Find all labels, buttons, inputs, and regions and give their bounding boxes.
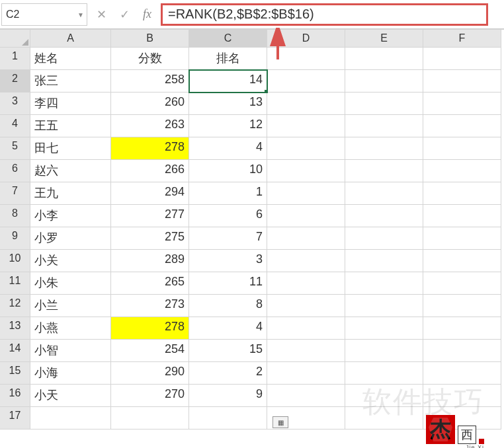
cell-E7[interactable] <box>345 182 423 205</box>
cell-D5[interactable] <box>267 137 345 160</box>
cell-A3[interactable]: 李四 <box>30 93 111 115</box>
row-header-17[interactable]: 17 <box>0 407 30 429</box>
row-header-1[interactable]: 1 <box>0 48 30 70</box>
cell-A7[interactable]: 王九 <box>30 182 111 205</box>
cell-C8[interactable]: 6 <box>189 205 267 227</box>
fx-icon[interactable]: fx <box>143 7 151 21</box>
cell-B11[interactable]: 265 <box>111 272 189 295</box>
cell-E1[interactable] <box>345 48 423 70</box>
cell-F16[interactable] <box>423 385 501 407</box>
cell-D11[interactable] <box>267 272 345 295</box>
cell-F13[interactable] <box>423 317 501 340</box>
cell-B10[interactable]: 289 <box>111 250 189 272</box>
row-header-9[interactable]: 9 <box>0 227 30 250</box>
cell-C4[interactable]: 12 <box>189 115 267 137</box>
cell-F8[interactable] <box>423 205 501 227</box>
cell-C12[interactable]: 8 <box>189 295 267 317</box>
cell-C6[interactable]: 10 <box>189 160 267 182</box>
cell-D13[interactable] <box>267 317 345 340</box>
cell-A14[interactable]: 小智 <box>30 340 111 362</box>
row-header-15[interactable]: 15 <box>0 362 30 385</box>
cell-B1[interactable]: 分数 <box>111 48 189 70</box>
cell-C11[interactable]: 11 <box>189 272 267 295</box>
cell-D15[interactable] <box>267 362 345 385</box>
cell-D14[interactable] <box>267 340 345 362</box>
cell-E12[interactable] <box>345 295 423 317</box>
row-header-13[interactable]: 13 <box>0 317 30 340</box>
cell-B6[interactable]: 266 <box>111 160 189 182</box>
cell-A9[interactable]: 小罗 <box>30 227 111 250</box>
cell-A15[interactable]: 小海 <box>30 362 111 385</box>
row-header-16[interactable]: 16 <box>0 385 30 407</box>
cell-A8[interactable]: 小李 <box>30 205 111 227</box>
cell-A1[interactable]: 姓名 <box>30 48 111 70</box>
cell-C3[interactable]: 13 <box>189 93 267 115</box>
row-header-6[interactable]: 6 <box>0 160 30 182</box>
cell-B14[interactable]: 254 <box>111 340 189 362</box>
cell-B5[interactable]: 278 <box>111 137 189 160</box>
cell-F7[interactable] <box>423 182 501 205</box>
row-header-5[interactable]: 5 <box>0 137 30 160</box>
cell-B17[interactable] <box>111 407 189 429</box>
column-header-A[interactable]: A <box>30 30 111 48</box>
cell-D16[interactable] <box>267 385 345 407</box>
cell-B12[interactable]: 273 <box>111 295 189 317</box>
row-header-3[interactable]: 3 <box>0 93 30 115</box>
cell-E17[interactable] <box>345 407 423 429</box>
row-header-7[interactable]: 7 <box>0 182 30 205</box>
cell-B13[interactable]: 278 <box>111 317 189 340</box>
cell-E16[interactable] <box>345 385 423 407</box>
cell-A11[interactable]: 小朱 <box>30 272 111 295</box>
cell-E5[interactable] <box>345 137 423 160</box>
name-box[interactable]: C2 ▼ <box>1 3 87 26</box>
cell-A12[interactable]: 小兰 <box>30 295 111 317</box>
cell-E10[interactable] <box>345 250 423 272</box>
column-header-B[interactable]: B <box>111 30 189 48</box>
cell-D6[interactable] <box>267 160 345 182</box>
enter-icon[interactable]: ✓ <box>120 7 130 22</box>
cell-F5[interactable] <box>423 137 501 160</box>
cell-D7[interactable] <box>267 182 345 205</box>
cell-E2[interactable] <box>345 70 423 93</box>
cell-A5[interactable]: 田七 <box>30 137 111 160</box>
cell-D3[interactable] <box>267 93 345 115</box>
cell-D1[interactable] <box>267 48 345 70</box>
row-header-8[interactable]: 8 <box>0 205 30 227</box>
cell-F14[interactable] <box>423 340 501 362</box>
cell-D2[interactable] <box>267 70 345 93</box>
cell-B7[interactable]: 294 <box>111 182 189 205</box>
cell-F15[interactable] <box>423 362 501 385</box>
row-header-10[interactable]: 10 <box>0 250 30 272</box>
cell-B8[interactable]: 277 <box>111 205 189 227</box>
row-header-2[interactable]: 2 <box>0 70 30 93</box>
cell-A17[interactable] <box>30 407 111 429</box>
select-all-corner[interactable] <box>0 30 30 48</box>
cell-C14[interactable]: 15 <box>189 340 267 362</box>
cell-F6[interactable] <box>423 160 501 182</box>
cell-F10[interactable] <box>423 250 501 272</box>
column-header-C[interactable]: C <box>189 30 267 48</box>
column-header-D[interactable]: D <box>267 30 345 48</box>
cell-E4[interactable] <box>345 115 423 137</box>
cell-E8[interactable] <box>345 205 423 227</box>
row-header-12[interactable]: 12 <box>0 295 30 317</box>
cell-D10[interactable] <box>267 250 345 272</box>
autofill-options-icon[interactable]: ▦ <box>273 416 288 428</box>
cell-F2[interactable] <box>423 70 501 93</box>
cell-D4[interactable] <box>267 115 345 137</box>
cell-C16[interactable]: 9 <box>189 385 267 407</box>
cell-C9[interactable]: 7 <box>189 227 267 250</box>
cell-C5[interactable]: 4 <box>189 137 267 160</box>
column-header-F[interactable]: F <box>423 30 501 48</box>
cell-F1[interactable] <box>423 48 501 70</box>
cell-B15[interactable]: 290 <box>111 362 189 385</box>
cell-D12[interactable] <box>267 295 345 317</box>
cell-E3[interactable] <box>345 93 423 115</box>
cell-F11[interactable] <box>423 272 501 295</box>
row-header-11[interactable]: 11 <box>0 272 30 295</box>
cell-E9[interactable] <box>345 227 423 250</box>
spreadsheet-grid[interactable]: ABCDEF1姓名分数排名2张三258143李四260134王五263125田七… <box>0 29 504 429</box>
cell-B3[interactable]: 260 <box>111 93 189 115</box>
cell-A2[interactable]: 张三 <box>30 70 111 93</box>
column-header-E[interactable]: E <box>345 30 423 48</box>
